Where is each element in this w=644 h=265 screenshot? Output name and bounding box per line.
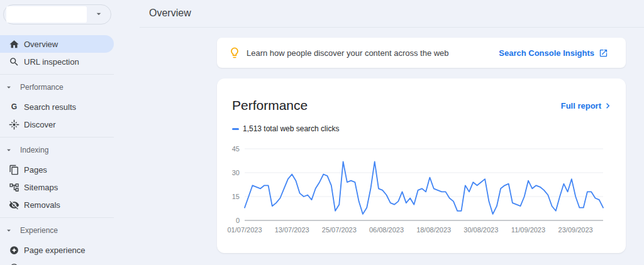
search-icon <box>8 56 19 67</box>
sidebar-item-label: Pages <box>24 165 47 175</box>
section-label: Performance <box>20 83 64 92</box>
page-title: Overview <box>149 8 191 19</box>
sidebar-item-pages[interactable]: Pages <box>0 161 114 178</box>
sidebar-divider <box>0 217 114 218</box>
sidebar-item-removals[interactable]: Removals <box>0 196 114 214</box>
x-tick-label: 30/08/2023 <box>464 226 498 234</box>
sidebar-item-label: Overview <box>24 40 58 49</box>
sitemap-icon <box>8 181 19 193</box>
legend-marker <box>232 128 239 130</box>
sidebar-section-performance[interactable]: Performance <box>0 80 114 94</box>
insights-link-label: Search Console Insights <box>499 48 594 58</box>
pages-icon <box>8 164 19 175</box>
sidebar-divider <box>0 74 114 75</box>
sidebar-item-core-web-vitals[interactable]: Core web vitals <box>0 259 114 265</box>
spark-icon <box>8 119 19 130</box>
sidebar-divider <box>0 137 114 138</box>
sidebar-item-label: Search results <box>24 102 76 112</box>
y-tick-label: 15 <box>232 193 240 200</box>
y-tick-label: 30 <box>232 169 240 176</box>
svg-text:G: G <box>11 102 16 111</box>
sidebar-item-url-inspection[interactable]: URL inspection <box>0 53 114 70</box>
search-console-app: OverviewURL inspectionPerformanceGSearch… <box>0 0 644 265</box>
sidebar-item-overview[interactable]: Overview <box>0 35 114 53</box>
x-tick-label: 18/08/2023 <box>416 226 451 234</box>
section-label: Experience <box>20 226 58 235</box>
g-logo-icon: G <box>8 101 19 112</box>
sidebar-section-experience[interactable]: Experience <box>0 224 114 237</box>
sidebar-item-label: Sitemaps <box>24 183 58 192</box>
sidebar-item-page-experience[interactable]: Page experience <box>0 241 114 259</box>
y-tick-label: 45 <box>232 145 240 153</box>
sidebar: OverviewURL inspectionPerformanceGSearch… <box>0 0 114 265</box>
caret-down-icon <box>4 226 13 235</box>
gauge-icon <box>8 262 19 265</box>
chart-legend: 1,513 total web search clicks <box>232 124 339 133</box>
x-tick-label: 11/09/2023 <box>511 226 545 234</box>
page-experience-icon <box>8 244 19 256</box>
x-tick-label: 25/07/2023 <box>322 226 357 234</box>
sidebar-item-sitemaps[interactable]: Sitemaps <box>0 178 114 196</box>
sidebar-item-search-results[interactable]: GSearch results <box>0 98 114 116</box>
insights-banner: Learn how people discover your content a… <box>217 38 626 68</box>
sidebar-nav: OverviewURL inspectionPerformanceGSearch… <box>0 31 114 265</box>
sidebar-section-indexing[interactable]: Indexing <box>0 143 114 157</box>
sidebar-item-discover[interactable]: Discover <box>0 116 114 133</box>
caret-down-icon <box>4 83 13 92</box>
home-icon <box>8 38 19 50</box>
x-tick-label: 01/07/2023 <box>227 226 262 234</box>
search-console-insights-link[interactable]: Search Console Insights <box>499 48 608 58</box>
lightbulb-icon <box>228 46 241 59</box>
eye-off-icon <box>8 199 19 210</box>
banner-message: Learn how people discover your content a… <box>247 48 449 58</box>
chevron-right-icon <box>602 100 613 111</box>
performance-card: Performance Full report 1,513 total web … <box>217 78 626 253</box>
x-tick-label: 06/08/2023 <box>369 226 404 234</box>
sidebar-item-label: Discover <box>24 120 56 129</box>
y-tick-label: 0 <box>236 217 240 224</box>
sidebar-item-label: Removals <box>24 200 60 210</box>
clicks-series-line <box>245 161 603 214</box>
full-report-link[interactable]: Full report <box>561 100 613 111</box>
full-report-label: Full report <box>561 101 601 111</box>
clicks-line-chart[interactable]: 015304501/07/202313/07/202325/07/202306/… <box>223 141 613 242</box>
title-divider <box>140 27 644 28</box>
x-tick-label: 23/09/2023 <box>558 226 593 234</box>
property-selector[interactable] <box>3 4 111 24</box>
sidebar-item-label: Core web vitals <box>24 263 80 265</box>
section-label: Indexing <box>20 146 48 154</box>
x-tick-label: 13/07/2023 <box>275 226 309 234</box>
sidebar-item-label: URL inspection <box>24 57 79 67</box>
caret-down-icon <box>4 146 13 154</box>
legend-label: 1,513 total web search clicks <box>243 124 339 133</box>
property-name-blank <box>6 6 87 23</box>
caret-down-icon <box>94 9 104 19</box>
open-in-new-icon <box>599 48 608 58</box>
sidebar-item-label: Page experience <box>24 246 86 255</box>
performance-card-title: Performance <box>232 98 308 113</box>
